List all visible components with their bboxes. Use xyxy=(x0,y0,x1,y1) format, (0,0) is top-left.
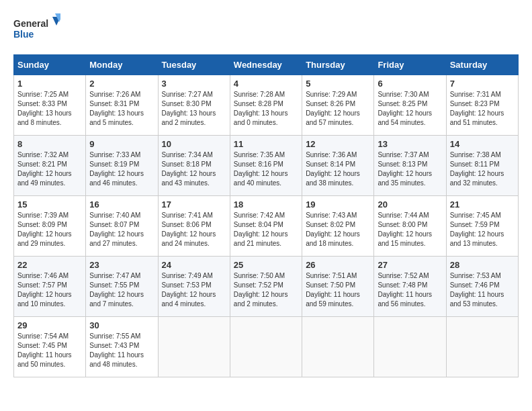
svg-text:General: General xyxy=(13,18,48,29)
day-number: 19 xyxy=(306,199,370,210)
logo: General Blue xyxy=(13,13,60,44)
calendar-body: 1Sunrise: 7:25 AMSunset: 8:33 PMDaylight… xyxy=(14,75,519,377)
day-header-wednesday: Wednesday xyxy=(230,55,302,75)
cell-content: Sunrise: 7:25 AMSunset: 8:33 PMDaylight:… xyxy=(17,90,82,128)
calendar-cell: 13Sunrise: 7:37 AMSunset: 8:13 PMDayligh… xyxy=(374,136,446,196)
svg-text:Blue: Blue xyxy=(13,29,34,40)
calendar-cell: 26Sunrise: 7:51 AMSunset: 7:50 PMDayligh… xyxy=(302,257,374,317)
cell-content: Sunrise: 7:49 AMSunset: 7:53 PMDaylight:… xyxy=(162,271,226,309)
calendar-table: SundayMondayTuesdayWednesdayThursdayFrid… xyxy=(13,54,519,377)
calendar-cell: 16Sunrise: 7:40 AMSunset: 8:07 PMDayligh… xyxy=(86,196,158,257)
day-number: 10 xyxy=(162,139,226,149)
calendar-cell xyxy=(230,317,302,377)
day-number: 22 xyxy=(17,260,82,270)
calendar-cell: 29Sunrise: 7:54 AMSunset: 7:45 PMDayligh… xyxy=(14,317,86,377)
calendar-cell xyxy=(446,317,518,377)
cell-content: Sunrise: 7:32 AMSunset: 8:21 PMDaylight:… xyxy=(17,150,82,188)
day-header-tuesday: Tuesday xyxy=(158,55,230,75)
cell-content: Sunrise: 7:41 AMSunset: 8:06 PMDaylight:… xyxy=(162,211,226,248)
cell-content: Sunrise: 7:26 AMSunset: 8:31 PMDaylight:… xyxy=(89,90,154,128)
day-number: 9 xyxy=(89,139,154,149)
day-number: 5 xyxy=(306,79,370,89)
calendar-cell: 3Sunrise: 7:27 AMSunset: 8:30 PMDaylight… xyxy=(158,75,230,136)
day-number: 13 xyxy=(378,139,442,149)
calendar-week-1: 1Sunrise: 7:25 AMSunset: 8:33 PMDaylight… xyxy=(14,75,519,136)
day-header-saturday: Saturday xyxy=(446,55,518,75)
calendar-week-5: 29Sunrise: 7:54 AMSunset: 7:45 PMDayligh… xyxy=(14,317,519,377)
cell-content: Sunrise: 7:53 AMSunset: 7:46 PMDaylight:… xyxy=(450,271,515,309)
day-number: 27 xyxy=(378,260,442,270)
day-number: 17 xyxy=(162,199,226,210)
day-number: 15 xyxy=(17,199,82,210)
calendar-week-4: 22Sunrise: 7:46 AMSunset: 7:57 PMDayligh… xyxy=(14,257,519,317)
cell-content: Sunrise: 7:30 AMSunset: 8:25 PMDaylight:… xyxy=(378,90,442,128)
cell-content: Sunrise: 7:43 AMSunset: 8:02 PMDaylight:… xyxy=(306,211,370,248)
cell-content: Sunrise: 7:54 AMSunset: 7:45 PMDaylight:… xyxy=(17,332,82,369)
calendar-cell xyxy=(158,317,230,377)
day-number: 20 xyxy=(378,199,442,210)
cell-content: Sunrise: 7:47 AMSunset: 7:55 PMDaylight:… xyxy=(89,271,154,309)
day-number: 28 xyxy=(450,260,515,270)
day-number: 12 xyxy=(306,139,370,149)
calendar-cell: 10Sunrise: 7:34 AMSunset: 8:18 PMDayligh… xyxy=(158,136,230,196)
calendar-cell: 18Sunrise: 7:42 AMSunset: 8:04 PMDayligh… xyxy=(230,196,302,257)
calendar-cell: 1Sunrise: 7:25 AMSunset: 8:33 PMDaylight… xyxy=(14,75,86,136)
cell-content: Sunrise: 7:45 AMSunset: 7:59 PMDaylight:… xyxy=(450,211,515,248)
day-number: 26 xyxy=(306,260,370,270)
calendar-cell xyxy=(302,317,374,377)
cell-content: Sunrise: 7:33 AMSunset: 8:19 PMDaylight:… xyxy=(89,150,154,188)
cell-content: Sunrise: 7:36 AMSunset: 8:14 PMDaylight:… xyxy=(306,150,370,188)
calendar-cell: 2Sunrise: 7:26 AMSunset: 8:31 PMDaylight… xyxy=(86,75,158,136)
day-number: 3 xyxy=(162,79,226,89)
day-number: 25 xyxy=(234,260,298,270)
calendar-cell: 8Sunrise: 7:32 AMSunset: 8:21 PMDaylight… xyxy=(14,136,86,196)
cell-content: Sunrise: 7:27 AMSunset: 8:30 PMDaylight:… xyxy=(162,90,226,128)
cell-content: Sunrise: 7:46 AMSunset: 7:57 PMDaylight:… xyxy=(17,271,82,309)
day-number: 14 xyxy=(450,139,515,149)
cell-content: Sunrise: 7:44 AMSunset: 8:00 PMDaylight:… xyxy=(378,211,442,248)
calendar-cell: 12Sunrise: 7:36 AMSunset: 8:14 PMDayligh… xyxy=(302,136,374,196)
day-number: 11 xyxy=(234,139,298,149)
calendar-cell: 11Sunrise: 7:35 AMSunset: 8:16 PMDayligh… xyxy=(230,136,302,196)
day-header-monday: Monday xyxy=(86,55,158,75)
calendar-cell: 7Sunrise: 7:31 AMSunset: 8:23 PMDaylight… xyxy=(446,75,518,136)
calendar-week-2: 8Sunrise: 7:32 AMSunset: 8:21 PMDaylight… xyxy=(14,136,519,196)
day-number: 23 xyxy=(89,260,154,270)
cell-content: Sunrise: 7:40 AMSunset: 8:07 PMDaylight:… xyxy=(89,211,154,248)
cell-content: Sunrise: 7:38 AMSunset: 8:11 PMDaylight:… xyxy=(450,150,515,188)
cell-content: Sunrise: 7:34 AMSunset: 8:18 PMDaylight:… xyxy=(162,150,226,188)
calendar-cell: 21Sunrise: 7:45 AMSunset: 7:59 PMDayligh… xyxy=(446,196,518,257)
calendar-cell: 6Sunrise: 7:30 AMSunset: 8:25 PMDaylight… xyxy=(374,75,446,136)
calendar-cell: 17Sunrise: 7:41 AMSunset: 8:06 PMDayligh… xyxy=(158,196,230,257)
calendar-cell: 14Sunrise: 7:38 AMSunset: 8:11 PMDayligh… xyxy=(446,136,518,196)
cell-content: Sunrise: 7:55 AMSunset: 7:43 PMDaylight:… xyxy=(89,332,154,369)
calendar-cell: 5Sunrise: 7:29 AMSunset: 8:26 PMDaylight… xyxy=(302,75,374,136)
calendar-cell: 24Sunrise: 7:49 AMSunset: 7:53 PMDayligh… xyxy=(158,257,230,317)
calendar-cell: 27Sunrise: 7:52 AMSunset: 7:48 PMDayligh… xyxy=(374,257,446,317)
day-number: 18 xyxy=(234,199,298,210)
day-header-sunday: Sunday xyxy=(14,55,86,75)
calendar-cell: 30Sunrise: 7:55 AMSunset: 7:43 PMDayligh… xyxy=(86,317,158,377)
calendar-cell: 22Sunrise: 7:46 AMSunset: 7:57 PMDayligh… xyxy=(14,257,86,317)
day-header-thursday: Thursday xyxy=(302,55,374,75)
calendar-cell: 4Sunrise: 7:28 AMSunset: 8:28 PMDaylight… xyxy=(230,75,302,136)
cell-content: Sunrise: 7:50 AMSunset: 7:52 PMDaylight:… xyxy=(234,271,298,309)
calendar-cell xyxy=(374,317,446,377)
calendar-cell: 28Sunrise: 7:53 AMSunset: 7:46 PMDayligh… xyxy=(446,257,518,317)
cell-content: Sunrise: 7:52 AMSunset: 7:48 PMDaylight:… xyxy=(378,271,442,309)
calendar-cell: 9Sunrise: 7:33 AMSunset: 8:19 PMDaylight… xyxy=(86,136,158,196)
logo-svg: General Blue xyxy=(13,13,60,44)
day-header-friday: Friday xyxy=(374,55,446,75)
calendar-cell: 23Sunrise: 7:47 AMSunset: 7:55 PMDayligh… xyxy=(86,257,158,317)
cell-content: Sunrise: 7:51 AMSunset: 7:50 PMDaylight:… xyxy=(306,271,370,309)
day-number: 30 xyxy=(89,320,154,330)
calendar-cell: 15Sunrise: 7:39 AMSunset: 8:09 PMDayligh… xyxy=(14,196,86,257)
cell-content: Sunrise: 7:35 AMSunset: 8:16 PMDaylight:… xyxy=(234,150,298,188)
cell-content: Sunrise: 7:39 AMSunset: 8:09 PMDaylight:… xyxy=(17,211,82,248)
page-header: General Blue xyxy=(13,13,519,44)
cell-content: Sunrise: 7:37 AMSunset: 8:13 PMDaylight:… xyxy=(378,150,442,188)
day-number: 4 xyxy=(234,79,298,89)
day-number: 8 xyxy=(17,139,82,149)
cell-content: Sunrise: 7:31 AMSunset: 8:23 PMDaylight:… xyxy=(450,90,515,128)
calendar-cell: 25Sunrise: 7:50 AMSunset: 7:52 PMDayligh… xyxy=(230,257,302,317)
